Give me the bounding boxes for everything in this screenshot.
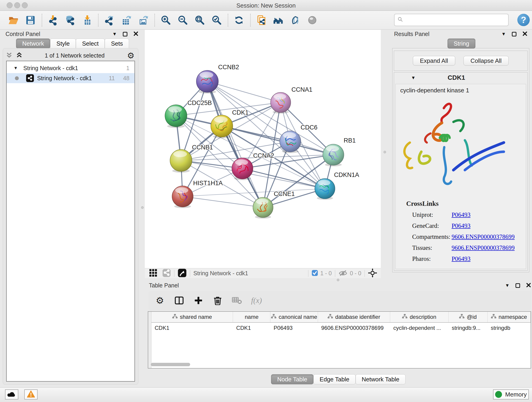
node-label-CDK1: CDK1 [232,109,249,116]
zoom-fit-button[interactable] [192,13,207,27]
sphere-button[interactable] [305,13,319,27]
network-share-icon[interactable] [162,269,171,278]
node-RB1[interactable]: RB1 [323,137,356,166]
tab-network[interactable]: Network [16,38,50,49]
table-cell[interactable]: stringdb:9... [449,323,488,333]
table-options-gear-icon[interactable]: ⚙ [155,295,165,306]
tab-node-table[interactable]: Node Table [271,374,313,384]
import-database-button[interactable] [63,13,77,27]
export-table-button[interactable] [119,13,133,27]
crosslink-row: Uniprot:P06493 [412,211,526,218]
column-header-description[interactable]: description [390,312,449,322]
selected-checkbox-icon[interactable] [312,270,318,277]
panel-menu-icon[interactable]: ▼ [505,283,510,288]
float-panel-icon[interactable] [515,283,520,288]
control-panel-tabs: NetworkStyleSelectSets [16,38,129,49]
zoom-in-button[interactable] [158,13,173,27]
control-panel: Control Panel ▼ NetworkStyleSelectSets 1… [0,30,140,386]
close-panel-icon[interactable] [522,31,527,37]
table-row[interactable]: CDK1CDK1P064939606.ENSP00000378699cyclin… [152,323,531,333]
tab-edge-table[interactable]: Edge Table [313,374,355,384]
column-header-shared-name[interactable]: shared name [152,312,233,322]
node-HIST1H1A[interactable]: HIST1H1A [172,180,223,208]
crosslink-link[interactable]: P06493 [452,255,471,262]
import-network-button[interactable] [46,13,60,27]
table-cell[interactable]: P06493 [270,323,318,333]
tab-select[interactable]: Select [76,38,105,49]
close-panel-icon[interactable] [526,283,531,288]
table-cell[interactable]: stringdb [488,323,531,333]
right-splitter-handle[interactable] [384,151,386,153]
crosslink-link[interactable]: P06493 [452,211,471,218]
save-icon [25,15,36,26]
fit-crosshair-icon[interactable] [368,268,377,279]
string-import-button[interactable] [254,13,268,27]
float-panel-icon[interactable] [512,32,516,36]
node-CCNB1[interactable]: CCNB1 [170,144,213,172]
help-button[interactable]: ? [517,14,530,26]
enhanced-graphics-button[interactable] [288,13,302,27]
table-horizontal-scrollbar[interactable] [151,363,190,366]
network-canvas[interactable]: CCNB2 CCNA1 CDC25B CDK1 CDC6 RB1 CCNB1 [145,30,381,268]
edge-HIST1H1A-CCNE1[interactable] [183,196,263,207]
close-panel-icon[interactable] [133,31,138,37]
table-cell[interactable]: cyclin-dependent ... [390,323,449,333]
crosslink-link[interactable]: 9606.ENSP00000378699 [452,244,515,251]
edge-CCNB2-CCNA1[interactable] [207,81,281,102]
bottom-splitter-handle[interactable] [337,279,339,281]
panel-menu-icon[interactable]: ▼ [501,32,506,37]
memory-button[interactable]: Memory [493,389,529,400]
import-table-button[interactable] [80,13,94,27]
table-cell[interactable]: CDK1 [152,323,233,333]
table-cell[interactable]: 9606.ENSP00000378699 [318,323,390,333]
collapse-entry-icon[interactable]: ▼ [411,75,416,80]
collapse-all-tree-icon[interactable] [6,51,12,59]
float-panel-icon[interactable] [123,32,127,36]
tab-network-table[interactable]: Network Table [355,374,405,384]
network-collection-row[interactable]: ▼ String Network - cdk1 1 [7,63,134,73]
node-CDKN1A[interactable]: CDKN1A [315,172,359,200]
node-CDK1[interactable]: CDK1 [211,109,249,138]
column-header-canonical-name[interactable]: canonical name [270,312,318,322]
column-header-database-identifier[interactable]: database identifier [318,312,390,322]
network-row[interactable]: String Network - cdk1 11 48 [7,73,134,83]
zoom-selected-button[interactable] [209,13,224,27]
cloud-button[interactable] [5,389,18,400]
save-button[interactable] [23,13,38,27]
column-header-namespace[interactable]: namespace [488,312,531,322]
expand-all-button[interactable]: Expand All [413,56,455,65]
birdseye-grid-icon[interactable] [149,269,157,278]
open-folder-button[interactable] [6,13,21,27]
tab-string[interactable]: String [447,38,475,49]
edge-CCNB2-CCNE1[interactable] [207,81,263,207]
add-column-icon[interactable] [193,295,203,306]
collection-label: String Network - cdk1 [23,65,78,71]
export-view-icon[interactable] [177,268,187,279]
column-header--id[interactable]: @id [449,312,488,322]
search-box[interactable] [394,14,509,26]
refresh-button[interactable] [232,13,246,27]
warnings-button[interactable] [24,389,38,400]
tab-sets[interactable]: Sets [105,38,129,49]
node-CDC25B[interactable]: CDC25B [165,99,212,128]
collapse-collection-icon[interactable]: ▼ [13,65,18,70]
crosslink-link[interactable]: 9606.ENSP00000378699 [452,233,515,240]
network-options-gear-icon[interactable]: ⚙ [127,51,134,60]
collapse-all-button[interactable]: Collapse All [463,56,509,65]
panel-menu-icon[interactable]: ▼ [112,32,117,37]
expand-all-tree-icon[interactable] [16,51,22,59]
crosslink-link[interactable]: P06493 [452,222,471,230]
export-image-button[interactable] [136,13,150,27]
export-network-button[interactable] [102,13,116,27]
node-CCNA1[interactable]: CCNA1 [271,86,312,114]
show-columns-icon[interactable] [174,295,184,306]
node-CCNA2[interactable]: CCNA2 [232,152,274,180]
column-header-name[interactable]: name [233,312,270,322]
home-pair-button[interactable] [271,13,285,27]
zoom-out-button[interactable] [176,13,190,27]
table-cell[interactable]: CDK1 [233,323,270,333]
search-input[interactable] [403,17,502,23]
tab-style[interactable]: Style [50,38,76,49]
delete-column-trash-icon[interactable] [213,295,223,306]
left-splitter-handle[interactable] [141,206,144,209]
